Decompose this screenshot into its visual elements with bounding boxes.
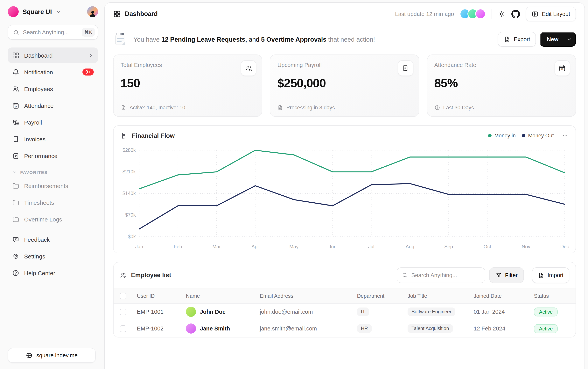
sidebar-item-feedback[interactable]: Feedback bbox=[8, 232, 98, 247]
import-button[interactable]: Import bbox=[532, 267, 569, 283]
sidebar-item-attendance[interactable]: Attendance bbox=[8, 98, 98, 113]
users-icon bbox=[245, 64, 252, 72]
theme-toggle-button[interactable] bbox=[498, 10, 506, 18]
notification-count-badge: 9+ bbox=[82, 69, 94, 75]
column-header-department[interactable]: Department bbox=[357, 293, 408, 299]
search-placeholder: Search Anything... bbox=[23, 29, 69, 35]
stat-footer-text: Active: 140, Inactive: 10 bbox=[129, 105, 185, 111]
svg-text:Oct: Oct bbox=[484, 244, 491, 249]
column-header-joined-date[interactable]: Joined Date bbox=[474, 293, 534, 299]
column-header-job-title[interactable]: Job Title bbox=[408, 293, 474, 299]
receipt-icon bbox=[121, 132, 128, 139]
sidebar-item-help-center[interactable]: Help Center bbox=[8, 265, 98, 281]
new-button[interactable]: New bbox=[540, 32, 576, 47]
receipt-icon-button[interactable] bbox=[398, 60, 413, 76]
stat-label: Upcoming Payroll bbox=[277, 62, 412, 68]
avatar bbox=[475, 9, 486, 19]
department-badge: IT bbox=[357, 308, 369, 316]
stat-value: 150 bbox=[121, 76, 255, 90]
sidebar-item-label: Overtime Logs bbox=[24, 216, 94, 223]
sidebar-item-overtime-logs[interactable]: Overtime Logs bbox=[8, 211, 98, 227]
github-link-button[interactable] bbox=[512, 10, 520, 18]
calendar-icon-button[interactable] bbox=[555, 60, 570, 76]
stat-value: 85% bbox=[434, 76, 568, 90]
svg-text:$210k: $210k bbox=[123, 169, 136, 174]
folder-icon bbox=[12, 215, 20, 223]
sidebar-item-settings[interactable]: Settings bbox=[8, 248, 98, 264]
workspace-switcher[interactable]: Square UI bbox=[8, 6, 61, 17]
department-badge: HR bbox=[357, 324, 372, 333]
github-icon bbox=[512, 10, 520, 18]
clipboard-icon bbox=[12, 152, 20, 159]
sidebar: Square UI Search Anything... ⌘K Dashboar… bbox=[0, 0, 104, 369]
sidebar-search-input[interactable]: Search Anything... ⌘K bbox=[8, 25, 98, 40]
sidebar-item-employees[interactable]: Employees bbox=[8, 81, 98, 97]
column-header-status[interactable]: Status bbox=[534, 293, 569, 299]
chart-legend: Money in Money Out bbox=[488, 132, 568, 139]
edit-layout-button[interactable]: Edit Layout bbox=[526, 6, 576, 21]
row-checkbox[interactable] bbox=[120, 325, 126, 332]
select-all-checkbox[interactable] bbox=[120, 293, 126, 299]
folder-icon bbox=[12, 199, 20, 206]
action-banner: You have 12 Pending Leave Requests, and … bbox=[105, 25, 585, 52]
sidebar-item-label: Notification bbox=[24, 69, 78, 75]
site-link-label: square.lndev.me bbox=[36, 352, 78, 359]
users-icon-button[interactable] bbox=[241, 60, 256, 76]
sun-icon bbox=[498, 10, 506, 18]
sidebar-item-performance[interactable]: Performance bbox=[8, 148, 98, 164]
svg-text:Dec: Dec bbox=[560, 244, 569, 249]
sidebar-item-reimbursements[interactable]: Reimbursements bbox=[8, 178, 98, 194]
sidebar-item-timesheets[interactable]: Timesheets bbox=[8, 195, 98, 210]
column-header-name[interactable]: Name bbox=[186, 293, 260, 299]
table-search-input[interactable]: Search Anything... bbox=[396, 267, 485, 283]
chart-menu-button[interactable] bbox=[562, 132, 568, 139]
svg-text:Aug: Aug bbox=[406, 244, 414, 249]
filter-button[interactable]: Filter bbox=[489, 267, 524, 283]
receipt-icon bbox=[12, 135, 20, 143]
employee-avatar bbox=[186, 307, 196, 317]
search-icon bbox=[402, 272, 408, 278]
stat-card-total-employees: Total Employees 150 Active: 140, Inactiv… bbox=[113, 54, 262, 117]
table-row[interactable]: EMP-1002 Jane Smith jane.smith@email.com… bbox=[114, 320, 576, 337]
sidebar-item-dashboard[interactable]: Dashboard bbox=[8, 48, 98, 63]
sidebar-item-payroll[interactable]: Payroll bbox=[8, 114, 98, 130]
globe-icon bbox=[26, 352, 33, 359]
banner-text: You have 12 Pending Leave Requests, and … bbox=[133, 36, 375, 43]
cell-name: John Doe bbox=[186, 307, 260, 317]
svg-text:Feb: Feb bbox=[174, 244, 182, 249]
page-title: Dashboard bbox=[113, 10, 158, 18]
sidebar-item-notification[interactable]: Notification 9+ bbox=[8, 64, 98, 80]
sidebar-item-invoices[interactable]: Invoices bbox=[8, 131, 98, 147]
cell-user-id: EMP-1002 bbox=[137, 325, 186, 332]
user-avatar[interactable] bbox=[87, 6, 98, 17]
person-silhouette bbox=[88, 9, 97, 17]
table-row[interactable]: EMP-1001 John Doe john.doe@email.com IT … bbox=[114, 304, 576, 320]
favorites-section-header[interactable]: FAVORITES bbox=[12, 170, 94, 175]
site-link-button[interactable]: square.lndev.me bbox=[8, 348, 96, 363]
team-avatar-group[interactable] bbox=[460, 9, 486, 19]
file-icon bbox=[277, 105, 283, 111]
column-header-user-id[interactable]: User ID bbox=[137, 293, 186, 299]
svg-text:$280k: $280k bbox=[123, 147, 136, 153]
main-panel: Dashboard Last update 12 min ago bbox=[104, 2, 585, 369]
legend-dot bbox=[522, 134, 525, 137]
cell-joined-date: 01 Jan 2024 bbox=[474, 309, 534, 315]
sidebar-item-label: Help Center bbox=[24, 269, 94, 276]
divider bbox=[528, 270, 528, 280]
stat-card-upcoming-payroll: Upcoming Payroll $250,000 Processing in … bbox=[270, 54, 419, 117]
chat-icon bbox=[12, 236, 20, 243]
stat-footer-text: Processing in 3 days bbox=[286, 105, 335, 111]
employee-list-title: Employee list bbox=[131, 272, 171, 279]
svg-text:Jan: Jan bbox=[135, 244, 143, 249]
cell-email: jane.smith@email.com bbox=[260, 325, 357, 332]
svg-text:$0k: $0k bbox=[128, 234, 136, 239]
column-header-email[interactable]: Email Address bbox=[260, 293, 357, 299]
sidebar-item-label: Timesheets bbox=[24, 199, 94, 206]
row-checkbox[interactable] bbox=[120, 308, 126, 315]
divider bbox=[563, 35, 563, 43]
panels-icon bbox=[532, 10, 539, 17]
export-button[interactable]: Export bbox=[498, 32, 536, 47]
stat-cards: Total Employees 150 Active: 140, Inactiv… bbox=[105, 52, 585, 117]
help-icon bbox=[12, 269, 20, 277]
users-icon bbox=[120, 271, 127, 279]
